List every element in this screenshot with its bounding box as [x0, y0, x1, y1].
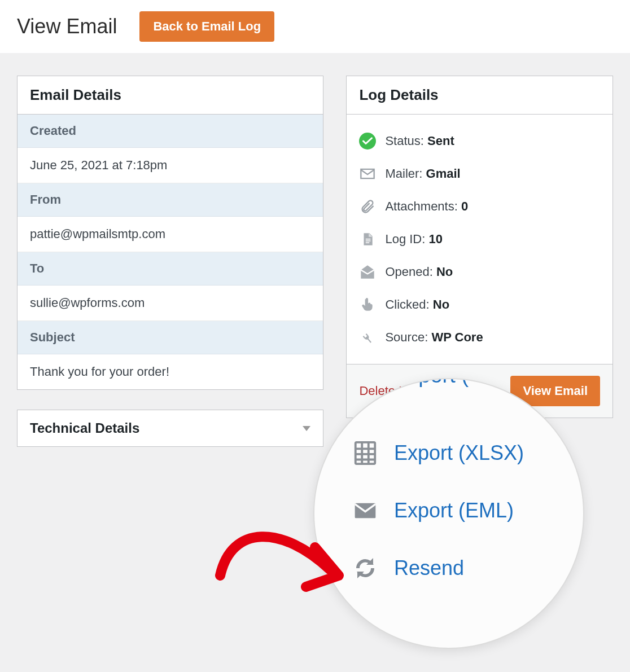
- left-column: Email Details Created June 25, 2021 at 7…: [17, 76, 323, 447]
- status-value: Sent: [427, 134, 454, 148]
- resend-row[interactable]: Resend: [351, 539, 583, 597]
- attachments-label: Attachments:: [385, 199, 457, 213]
- created-value: June 25, 2021 at 7:18pm: [18, 148, 323, 183]
- mailer-value: Gmail: [426, 166, 461, 181]
- export-xlsx-label: Export (XLSX): [394, 441, 524, 465]
- opened-label: Opened:: [385, 265, 432, 279]
- svg-rect-2: [366, 242, 370, 243]
- log-details-body: Status: Sent Mailer: Gmail Attachments: …: [347, 115, 613, 364]
- log-details-panel: Log Details Status: Sent Mailer: Gmail: [346, 76, 613, 418]
- envelope-icon: [359, 165, 376, 182]
- subject-value: Thank you for your order!: [18, 354, 323, 389]
- log-row-clicked: Clicked: No: [359, 288, 600, 321]
- logid-label: Log ID:: [385, 232, 425, 246]
- source-label: Source:: [385, 330, 428, 344]
- opened-value: No: [436, 265, 453, 279]
- resend-label: Resend: [394, 556, 464, 580]
- refresh-icon: [351, 554, 379, 582]
- log-row-attachments: Attachments: 0: [359, 190, 600, 223]
- envelope-open-icon: [359, 263, 376, 280]
- clicked-label: Clicked:: [385, 297, 429, 311]
- log-row-mailer: Mailer: Gmail: [359, 157, 600, 190]
- mailer-label: Mailer:: [385, 166, 422, 181]
- magnified-actions-callout: Export ( Export (XLSX) Export (EML) Rese: [313, 378, 584, 649]
- back-to-log-button[interactable]: Back to Email Log: [139, 11, 274, 42]
- to-label: To: [18, 252, 323, 286]
- page-title: View Email: [17, 15, 117, 38]
- from-label: From: [18, 183, 323, 217]
- plug-icon: [359, 329, 376, 346]
- to-value: sullie@wpforms.com: [18, 286, 323, 321]
- attachments-value: 0: [461, 199, 468, 213]
- source-value: WP Core: [431, 330, 483, 344]
- from-value: pattie@wpmailsmtp.com: [18, 217, 323, 252]
- content-area: Email Details Created June 25, 2021 at 7…: [0, 53, 630, 469]
- email-details-title: Email Details: [18, 76, 323, 115]
- log-row-opened: Opened: No: [359, 256, 600, 288]
- export-eml-label: Export (EML): [394, 499, 514, 522]
- paperclip-icon: [359, 198, 376, 215]
- technical-details-toggle[interactable]: Technical Details: [17, 410, 323, 447]
- svg-rect-0: [366, 239, 371, 240]
- svg-rect-1: [366, 240, 371, 241]
- file-icon: [359, 231, 376, 248]
- clicked-value: No: [433, 297, 449, 311]
- log-details-title: Log Details: [347, 76, 613, 115]
- right-column: Log Details Status: Sent Mailer: Gmail: [346, 76, 613, 418]
- hand-pointer-icon: [359, 296, 376, 313]
- check-circle-icon: [359, 133, 376, 150]
- export-xlsx-row[interactable]: Export (XLSX): [351, 424, 583, 482]
- status-label: Status:: [385, 134, 423, 148]
- log-row-source: Source: WP Core: [359, 321, 600, 354]
- subject-label: Subject: [18, 321, 323, 354]
- logid-value: 10: [429, 232, 443, 246]
- created-label: Created: [18, 115, 323, 148]
- chevron-down-icon: [303, 426, 310, 431]
- export-eml-row[interactable]: Export (EML): [351, 482, 583, 539]
- log-row-logid: Log ID: 10: [359, 223, 600, 256]
- technical-details-title: Technical Details: [30, 420, 139, 436]
- log-row-status: Status: Sent: [359, 125, 600, 157]
- envelope-solid-icon: [351, 497, 379, 525]
- page-header: View Email Back to Email Log: [0, 0, 630, 53]
- email-details-panel: Email Details Created June 25, 2021 at 7…: [17, 76, 323, 390]
- spreadsheet-icon: [351, 439, 379, 467]
